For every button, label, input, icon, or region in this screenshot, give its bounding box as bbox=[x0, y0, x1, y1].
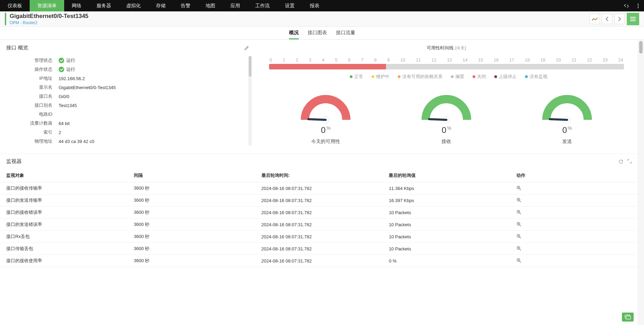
overview-scrollbar[interactable] bbox=[248, 56, 252, 146]
nav-item-11[interactable]: 报表 bbox=[302, 0, 327, 11]
overview-title: 接口 概览 bbox=[6, 45, 28, 51]
nav-item-3[interactable]: 服务器 bbox=[89, 0, 119, 11]
overview-row: 电路ID bbox=[0, 110, 248, 119]
chevron-right-icon bbox=[618, 17, 621, 21]
col-4[interactable]: 动作 bbox=[510, 169, 638, 182]
gauge-label: 今天的可用性 bbox=[298, 138, 353, 145]
gauge-arc bbox=[298, 92, 353, 123]
gauge-label: 发送 bbox=[539, 138, 595, 145]
overview-row: 物理地址44 d3 ca 39 42 c0 bbox=[0, 137, 248, 146]
nav-item-9[interactable]: 工作流 bbox=[248, 0, 277, 11]
overview-list: 管理状态运行操作状态运行IP地址192.168.56.2显示名GigabitEt… bbox=[0, 56, 255, 146]
expand-button[interactable] bbox=[627, 159, 632, 164]
legend-item: 维护中 bbox=[367, 74, 389, 80]
col-0[interactable]: 监视对象 bbox=[0, 169, 128, 182]
next-button[interactable] bbox=[614, 14, 625, 24]
row-action[interactable] bbox=[510, 243, 638, 255]
refresh-button[interactable] bbox=[618, 159, 623, 164]
top-panels: 接口 概览 管理状态运行操作状态运行IP地址192.168.56.2显示名Gig… bbox=[0, 40, 638, 152]
table-row: 接口的发送错误率3600 秒2024-08-16 08:07:31.78210 … bbox=[0, 219, 638, 231]
timeline-segment bbox=[269, 64, 386, 69]
monitors-table: 监视对象间隔最后轮询时间:最后的轮询值动作 接口的接收传输率3600 秒2024… bbox=[0, 169, 638, 267]
collapse-icon bbox=[624, 3, 629, 8]
row-action[interactable] bbox=[510, 255, 638, 267]
chat-fab[interactable] bbox=[622, 313, 634, 322]
edit-button[interactable] bbox=[244, 46, 249, 50]
row-action[interactable] bbox=[510, 231, 638, 243]
scroll-pane: 接口 概览 管理状态运行操作状态运行IP地址192.168.56.2显示名Gig… bbox=[0, 40, 638, 325]
nav-item-1[interactable]: 资源清单 bbox=[30, 0, 64, 11]
overview-value: Test1345 bbox=[59, 103, 77, 108]
collapse-button[interactable] bbox=[621, 0, 632, 11]
status-ok-icon bbox=[59, 67, 64, 72]
col-3[interactable]: 最后的轮询值 bbox=[383, 169, 510, 182]
svg-point-2 bbox=[638, 7, 639, 8]
row-action[interactable] bbox=[510, 182, 638, 194]
chevron-left-icon bbox=[605, 17, 609, 21]
gauge-0: 0%今天的可用性 bbox=[298, 92, 353, 145]
expand-icon bbox=[627, 159, 632, 163]
overview-key: 接口别名 bbox=[0, 102, 59, 108]
nav-item-2[interactable]: 网络 bbox=[64, 0, 89, 11]
overview-row: 索引2 bbox=[0, 128, 248, 137]
overview-value: GigabitEthernet0/0-Test1345 bbox=[59, 85, 116, 90]
refresh-icon bbox=[618, 159, 623, 164]
nav-item-7[interactable]: 地图 bbox=[198, 0, 223, 11]
subtab-0[interactable]: 概况 bbox=[289, 30, 299, 39]
row-action[interactable] bbox=[510, 194, 638, 207]
row-action[interactable] bbox=[510, 207, 638, 219]
breadcrumb-accent bbox=[5, 13, 6, 25]
breadcrumb-bar: GigabitEthernet0/0-Test1345 OPM - Router… bbox=[0, 11, 644, 27]
nav-item-4[interactable]: 虚拟化 bbox=[119, 0, 148, 11]
gauge-2: 0%发送 bbox=[539, 92, 595, 145]
svg-line-15 bbox=[519, 213, 521, 214]
more-vertical-icon bbox=[637, 3, 639, 8]
overview-key: 操作状态 bbox=[0, 66, 59, 73]
breadcrumb-actions bbox=[589, 13, 639, 25]
top-nav: 仪表板资源清单网络服务器虚拟化存储告警地图应用工作流设置报表 bbox=[0, 0, 644, 11]
svg-line-11 bbox=[519, 201, 521, 202]
more-button[interactable] bbox=[632, 0, 644, 11]
monitors-panel: 监视器 监视对象间隔最后轮询时间:最后的轮询值动作 接口的接收传输率3600 秒… bbox=[0, 154, 638, 267]
mini-chart-icon bbox=[592, 17, 598, 21]
nav-item-6[interactable]: 告警 bbox=[173, 0, 198, 11]
magnify-icon bbox=[516, 185, 521, 190]
breadcrumb-titles: GigabitEthernet0/0-Test1345 OPM - Router… bbox=[10, 13, 88, 25]
overview-key: 物理地址 bbox=[0, 138, 59, 144]
breadcrumb-subtitle[interactable]: OPM - Router2 bbox=[10, 20, 88, 25]
nav-item-8[interactable]: 应用 bbox=[223, 0, 248, 11]
overview-key: IP地址 bbox=[0, 75, 59, 82]
overview-row: 管理状态运行 bbox=[0, 56, 248, 65]
legend-item: 上级停止 bbox=[490, 74, 517, 80]
gauge-row: 0%今天的可用性0%接收0%发送 bbox=[255, 92, 638, 152]
overview-value: 64 bit bbox=[59, 121, 70, 126]
legend-item: 正常 bbox=[346, 74, 363, 80]
page-body: 接口 概览 管理状态运行操作状态运行IP地址192.168.56.2显示名Gig… bbox=[0, 40, 644, 325]
nav-item-5[interactable]: 存储 bbox=[148, 0, 173, 11]
row-action[interactable] bbox=[510, 219, 638, 231]
page-scrollbar[interactable] bbox=[638, 40, 644, 325]
overview-value: 运行 bbox=[59, 57, 75, 64]
col-2[interactable]: 最后轮询时间: bbox=[255, 169, 383, 182]
subtab-2[interactable]: 接口流量 bbox=[336, 30, 355, 39]
legend-item: 没有可用的依赖关系 bbox=[394, 74, 443, 80]
magnify-icon bbox=[516, 234, 521, 239]
chart-toggle-button[interactable] bbox=[589, 14, 600, 24]
overview-value: Gi0/0 bbox=[59, 94, 69, 99]
availability-header: 可用性时间线 (今天) bbox=[255, 40, 638, 56]
legend-item: 搁置 bbox=[447, 74, 464, 80]
timeline-bar bbox=[269, 64, 624, 69]
prev-button[interactable] bbox=[602, 14, 612, 24]
nav-item-10[interactable]: 设置 bbox=[277, 0, 302, 11]
status-ok-icon bbox=[59, 58, 64, 63]
table-header-row: 监视对象间隔最后轮询时间:最后的轮询值动作 bbox=[0, 169, 638, 182]
nav-item-0[interactable]: 仪表板 bbox=[0, 0, 30, 11]
menu-button[interactable] bbox=[627, 13, 639, 25]
magnify-icon bbox=[516, 210, 521, 214]
col-1[interactable]: 间隔 bbox=[128, 169, 255, 182]
timeline-legend: 正常维护中没有可用的依赖关系搁置关闭上级停止没有监视 bbox=[269, 74, 624, 80]
subtab-1[interactable]: 接口图表 bbox=[308, 30, 327, 39]
gauge-1: 0%接收 bbox=[419, 92, 474, 145]
magnify-icon bbox=[516, 222, 521, 227]
svg-point-0 bbox=[638, 3, 639, 4]
